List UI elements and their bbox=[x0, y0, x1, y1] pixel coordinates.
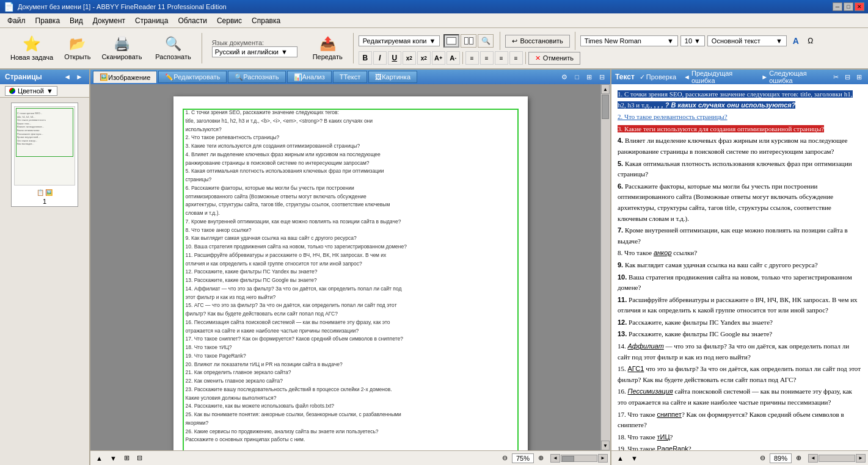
text-settings-button[interactable]: ⊟ bbox=[842, 73, 853, 81]
view-mode-3[interactable]: 🔍 bbox=[478, 34, 494, 48]
menu-page[interactable]: Страница bbox=[130, 15, 173, 26]
omega-icon[interactable]: Ω bbox=[804, 34, 817, 48]
text-cut-button[interactable]: ✂ bbox=[831, 73, 841, 81]
scroll-up-button[interactable]: ▲ bbox=[601, 84, 610, 94]
tab-picture[interactable]: 🖼 Картинка bbox=[368, 71, 417, 83]
zoom-icon: 🔍 bbox=[481, 37, 491, 45]
font-name-dropdown-icon: ▼ bbox=[667, 37, 674, 45]
superscript-button[interactable]: x2 bbox=[403, 51, 416, 65]
redact-copy-label: Редактируемая копи bbox=[363, 37, 427, 45]
bold-button[interactable]: B bbox=[359, 51, 372, 65]
scan-button[interactable]: 🖨️ Сканировать bbox=[96, 31, 147, 65]
page-thumbnail-1[interactable]: С точки зрения SEO... title, h1, h2, h3.… bbox=[11, 103, 78, 207]
text-zoom-minus-button[interactable]: ⊖ bbox=[757, 453, 768, 463]
align-left-button[interactable]: ≡ bbox=[465, 51, 479, 65]
prev-error-button[interactable]: ◄ Предыдущая ошибка bbox=[681, 70, 756, 84]
font-size-select[interactable]: 10 ▼ bbox=[680, 35, 705, 46]
img-bottom-btn-4[interactable]: ⊟ bbox=[134, 453, 145, 463]
tab-image[interactable]: 🖼️ Изображение bbox=[93, 71, 157, 83]
text-content-area[interactable]: 1. С точки зрения SEO, расскажите значен… bbox=[611, 84, 868, 450]
minimize-button[interactable]: ─ bbox=[833, 2, 842, 11]
new-task-button[interactable]: ⭐ Новая задача bbox=[5, 31, 59, 65]
font-name-select[interactable]: Times New Roman ▼ bbox=[580, 35, 678, 46]
view-mode-1[interactable] bbox=[443, 34, 459, 48]
restore-button[interactable]: ↩ Восстановить bbox=[505, 35, 569, 48]
send-icon: 📤 bbox=[319, 36, 336, 52]
redact-copy-button[interactable]: Редактируемая копи ▼ bbox=[359, 35, 440, 46]
menu-edit[interactable]: Правка bbox=[31, 15, 65, 26]
hscroll-left-button[interactable]: ◄ bbox=[550, 454, 560, 463]
tab-text[interactable]: T Текст bbox=[333, 71, 367, 83]
zoom-minus-button[interactable]: ⊖ bbox=[499, 453, 511, 463]
text-zoom-value: 89% bbox=[770, 453, 792, 463]
text-hscroll-right[interactable]: ► bbox=[856, 454, 866, 463]
hscroll-thumb[interactable] bbox=[562, 456, 574, 462]
edit-tab-label: Редактировать bbox=[173, 73, 220, 81]
text-tab-icon: T bbox=[340, 73, 344, 81]
style-select[interactable]: Основной текст ▼ bbox=[707, 35, 787, 46]
scroll-thumb[interactable] bbox=[602, 95, 609, 119]
image-canvas[interactable]: ▲ ▼ 1. С точки зрения SEO, расскажите зн… bbox=[90, 84, 610, 450]
text-bottom-btn-2[interactable]: ▼ bbox=[628, 453, 641, 463]
align-right-button[interactable]: ≡ bbox=[495, 51, 508, 65]
scroll-down-button[interactable]: ▼ bbox=[601, 441, 610, 450]
text-expand-button[interactable]: ⊞ bbox=[854, 73, 864, 81]
img-tool-1[interactable]: ⚙ bbox=[558, 72, 571, 82]
img-bottom-btn-1[interactable]: ▲ bbox=[93, 453, 106, 463]
open-button[interactable]: 📂 Открыть bbox=[61, 31, 93, 65]
img-bottom-btn-2[interactable]: ▼ bbox=[107, 453, 120, 463]
recognize-icon: 🔍 bbox=[165, 36, 181, 52]
image-vscrollbar[interactable]: ▲ ▼ bbox=[600, 84, 610, 450]
send-button[interactable]: 📤 Передать bbox=[307, 31, 348, 65]
image-hscrollbar[interactable]: ◄ ► bbox=[550, 454, 608, 463]
shrink-font-button[interactable]: A- bbox=[447, 51, 460, 65]
menu-areas[interactable]: Области bbox=[173, 15, 212, 26]
open-icon: 📂 bbox=[69, 36, 86, 52]
img-tool-4[interactable]: ⊟ bbox=[596, 72, 608, 82]
picture-tab-label: Картинка bbox=[382, 73, 410, 81]
menu-file[interactable]: Файл bbox=[2, 15, 31, 26]
text-hscrollbar[interactable]: ◄ ► bbox=[808, 454, 866, 463]
color-mode-button[interactable]: Цветной ▼ bbox=[5, 86, 57, 96]
next-error-button[interactable]: ► Следующая ошибка bbox=[759, 70, 831, 84]
font-special-a[interactable]: A bbox=[789, 34, 803, 48]
pages-header: Страницы ◄ ► bbox=[0, 70, 89, 84]
align-justify-button[interactable]: ≡ bbox=[509, 51, 523, 65]
underline-button[interactable]: U bbox=[388, 51, 401, 65]
img-bottom-btn-3[interactable]: ⊞ bbox=[121, 453, 133, 463]
toolbar-sep-1 bbox=[202, 33, 202, 63]
img-tool-3[interactable]: ⊞ bbox=[583, 72, 595, 82]
maximize-button[interactable]: □ bbox=[844, 2, 853, 11]
img-tool-2[interactable]: □ bbox=[572, 72, 582, 82]
hscroll-right-button[interactable]: ► bbox=[598, 454, 608, 463]
menu-document[interactable]: Документ bbox=[88, 15, 130, 26]
zoom-plus-button[interactable]: ⊕ bbox=[535, 453, 547, 463]
menu-service[interactable]: Сервис bbox=[212, 15, 247, 26]
pages-prev-button[interactable]: ◄ bbox=[62, 73, 72, 81]
cancel-button[interactable]: ✕ Отменить bbox=[528, 52, 580, 65]
tab-edit[interactable]: ✏️ Редактировать bbox=[158, 71, 227, 83]
redact-dropdown-icon: ▼ bbox=[429, 37, 436, 45]
pages-next-button[interactable]: ► bbox=[75, 73, 84, 81]
font-name-value: Times New Roman bbox=[585, 37, 641, 45]
align-center-button[interactable]: ≡ bbox=[480, 51, 494, 65]
close-button[interactable]: ✕ bbox=[855, 2, 864, 11]
menu-view[interactable]: Вид bbox=[65, 15, 88, 26]
scroll-track bbox=[601, 94, 610, 441]
text-hscroll-left[interactable]: ◄ bbox=[808, 454, 818, 463]
recognize-button[interactable]: 🔍 Распознать bbox=[150, 31, 196, 65]
text-check-button[interactable]: ✓ Проверка bbox=[637, 73, 679, 81]
tab-recognize[interactable]: 🔍 Распознать bbox=[228, 71, 285, 83]
main-toolbar: ⭐ Новая задача 📂 Открыть 🖨️ Сканировать … bbox=[0, 28, 868, 70]
tab-analysis[interactable]: 📊 Анализ bbox=[287, 71, 332, 83]
page-thumb-area[interactable]: С точки зрения SEO... title, h1, h2, h3.… bbox=[0, 98, 89, 465]
subscript-button[interactable]: x2 bbox=[417, 51, 431, 65]
menu-help[interactable]: Справка bbox=[247, 15, 285, 26]
grow-font-button[interactable]: A+ bbox=[432, 51, 445, 65]
analysis-tab-icon: 📊 bbox=[294, 73, 302, 81]
text-zoom-plus-button[interactable]: ⊕ bbox=[793, 453, 804, 463]
language-select[interactable]: Русский и английски ▼ bbox=[212, 46, 297, 57]
view-mode-2[interactable] bbox=[461, 34, 476, 48]
text-bottom-btn-1[interactable]: ▲ bbox=[614, 453, 627, 463]
italic-button[interactable]: I bbox=[373, 51, 387, 65]
